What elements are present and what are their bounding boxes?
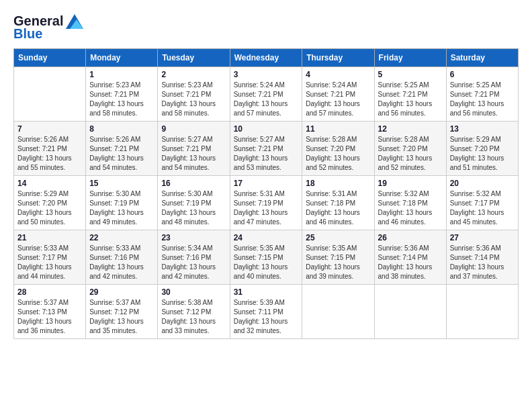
day-info: Sunrise: 5:32 AMSunset: 7:17 PMDaylight:… [450,189,515,227]
day-cell: 17Sunrise: 5:31 AMSunset: 7:19 PMDayligh… [230,176,302,230]
day-info: Sunrise: 5:23 AMSunset: 7:21 PMDaylight:… [89,81,154,118]
day-cell: 8Sunrise: 5:26 AMSunset: 7:21 PMDaylight… [86,122,158,176]
day-cell: 10Sunrise: 5:27 AMSunset: 7:21 PMDayligh… [230,122,302,176]
day-info: Sunrise: 5:30 AMSunset: 7:19 PMDaylight:… [161,189,226,227]
header: General Blue [13,13,519,42]
day-info: Sunrise: 5:29 AMSunset: 7:20 PMDaylight:… [450,135,515,173]
day-number: 25 [306,233,370,242]
day-cell: 18Sunrise: 5:31 AMSunset: 7:18 PMDayligh… [302,176,374,230]
day-cell: 2Sunrise: 5:23 AMSunset: 7:21 PMDaylight… [158,67,230,122]
day-info: Sunrise: 5:33 AMSunset: 7:17 PMDaylight:… [17,244,82,281]
logo-icon [66,14,83,29]
day-info: Sunrise: 5:26 AMSunset: 7:21 PMDaylight:… [89,135,154,173]
day-number: 30 [161,287,226,297]
logo-blue-text: Blue [13,26,42,42]
day-number: 28 [17,287,82,297]
week-row-4: 21Sunrise: 5:33 AMSunset: 7:17 PMDayligh… [14,230,519,285]
weekday-header-wednesday: Wednesday [230,49,302,67]
day-number: 22 [89,233,154,242]
day-info: Sunrise: 5:36 AMSunset: 7:14 PMDaylight:… [450,244,515,281]
day-number: 6 [450,70,515,79]
week-row-3: 14Sunrise: 5:29 AMSunset: 7:20 PMDayligh… [14,176,519,230]
day-number: 8 [89,124,154,134]
weekday-header-friday: Friday [374,49,446,67]
day-info: Sunrise: 5:27 AMSunset: 7:21 PMDaylight:… [161,135,226,173]
week-row-2: 7Sunrise: 5:26 AMSunset: 7:21 PMDaylight… [14,122,519,176]
weekday-header-thursday: Thursday [302,49,374,67]
day-cell [14,67,86,122]
day-cell: 28Sunrise: 5:37 AMSunset: 7:13 PMDayligh… [14,285,86,339]
day-cell: 9Sunrise: 5:27 AMSunset: 7:21 PMDaylight… [158,122,230,176]
day-cell: 3Sunrise: 5:24 AMSunset: 7:21 PMDaylight… [230,67,302,122]
day-cell: 4Sunrise: 5:24 AMSunset: 7:21 PMDaylight… [302,67,374,122]
day-cell: 24Sunrise: 5:35 AMSunset: 7:15 PMDayligh… [230,230,302,285]
weekday-header-sunday: Sunday [14,49,86,67]
day-number: 29 [89,287,154,297]
day-info: Sunrise: 5:35 AMSunset: 7:15 PMDaylight:… [306,244,370,281]
day-number: 4 [306,70,370,79]
day-info: Sunrise: 5:24 AMSunset: 7:21 PMDaylight:… [306,81,370,118]
day-info: Sunrise: 5:32 AMSunset: 7:18 PMDaylight:… [378,189,443,227]
day-cell: 16Sunrise: 5:30 AMSunset: 7:19 PMDayligh… [158,176,230,230]
day-number: 24 [234,233,299,242]
day-cell: 14Sunrise: 5:29 AMSunset: 7:20 PMDayligh… [14,176,86,230]
day-cell: 19Sunrise: 5:32 AMSunset: 7:18 PMDayligh… [374,176,446,230]
day-number: 3 [234,70,299,79]
day-number: 31 [234,287,299,297]
weekday-header-row: SundayMondayTuesdayWednesdayThursdayFrid… [14,49,519,67]
day-info: Sunrise: 5:37 AMSunset: 7:12 PMDaylight:… [89,298,154,336]
day-info: Sunrise: 5:31 AMSunset: 7:19 PMDaylight:… [234,189,299,227]
day-info: Sunrise: 5:25 AMSunset: 7:21 PMDaylight:… [378,81,443,118]
day-cell [374,285,446,339]
day-cell: 13Sunrise: 5:29 AMSunset: 7:20 PMDayligh… [446,122,518,176]
day-cell: 26Sunrise: 5:36 AMSunset: 7:14 PMDayligh… [374,230,446,285]
day-number: 1 [89,70,154,79]
day-number: 23 [161,233,226,242]
day-info: Sunrise: 5:28 AMSunset: 7:20 PMDaylight:… [306,135,370,173]
week-row-5: 28Sunrise: 5:37 AMSunset: 7:13 PMDayligh… [14,285,519,339]
weekday-header-tuesday: Tuesday [158,49,230,67]
day-number: 20 [450,179,515,188]
day-info: Sunrise: 5:33 AMSunset: 7:16 PMDaylight:… [89,244,154,281]
day-cell: 20Sunrise: 5:32 AMSunset: 7:17 PMDayligh… [446,176,518,230]
day-cell: 25Sunrise: 5:35 AMSunset: 7:15 PMDayligh… [302,230,374,285]
day-info: Sunrise: 5:25 AMSunset: 7:21 PMDaylight:… [450,81,515,118]
day-info: Sunrise: 5:39 AMSunset: 7:11 PMDaylight:… [234,298,299,336]
day-cell: 11Sunrise: 5:28 AMSunset: 7:20 PMDayligh… [302,122,374,176]
day-cell: 29Sunrise: 5:37 AMSunset: 7:12 PMDayligh… [86,285,158,339]
day-number: 2 [161,70,226,79]
weekday-header-saturday: Saturday [446,49,518,67]
day-info: Sunrise: 5:37 AMSunset: 7:13 PMDaylight:… [17,298,82,336]
day-number: 7 [17,124,82,134]
day-number: 9 [161,124,226,134]
day-number: 13 [450,124,515,134]
day-cell [302,285,374,339]
day-number: 12 [378,124,443,134]
day-number: 18 [306,179,370,188]
day-number: 10 [234,124,299,134]
day-number: 21 [17,233,82,242]
day-number: 15 [89,179,154,188]
day-cell: 7Sunrise: 5:26 AMSunset: 7:21 PMDaylight… [14,122,86,176]
day-number: 14 [17,179,82,188]
day-info: Sunrise: 5:34 AMSunset: 7:16 PMDaylight:… [161,244,226,281]
day-cell: 1Sunrise: 5:23 AMSunset: 7:21 PMDaylight… [86,67,158,122]
weekday-header-monday: Monday [86,49,158,67]
day-info: Sunrise: 5:36 AMSunset: 7:14 PMDaylight:… [378,244,443,281]
day-number: 27 [450,233,515,242]
day-cell: 6Sunrise: 5:25 AMSunset: 7:21 PMDaylight… [446,67,518,122]
day-cell: 21Sunrise: 5:33 AMSunset: 7:17 PMDayligh… [14,230,86,285]
day-cell: 22Sunrise: 5:33 AMSunset: 7:16 PMDayligh… [86,230,158,285]
day-info: Sunrise: 5:23 AMSunset: 7:21 PMDaylight:… [161,81,226,118]
day-number: 16 [161,179,226,188]
day-info: Sunrise: 5:28 AMSunset: 7:20 PMDaylight:… [378,135,443,173]
day-cell: 31Sunrise: 5:39 AMSunset: 7:11 PMDayligh… [230,285,302,339]
day-info: Sunrise: 5:35 AMSunset: 7:15 PMDaylight:… [234,244,299,281]
day-info: Sunrise: 5:30 AMSunset: 7:19 PMDaylight:… [89,189,154,227]
day-info: Sunrise: 5:29 AMSunset: 7:20 PMDaylight:… [17,189,82,227]
day-number: 19 [378,179,443,188]
day-cell: 27Sunrise: 5:36 AMSunset: 7:14 PMDayligh… [446,230,518,285]
day-cell: 23Sunrise: 5:34 AMSunset: 7:16 PMDayligh… [158,230,230,285]
day-number: 17 [234,179,299,188]
day-cell: 15Sunrise: 5:30 AMSunset: 7:19 PMDayligh… [86,176,158,230]
